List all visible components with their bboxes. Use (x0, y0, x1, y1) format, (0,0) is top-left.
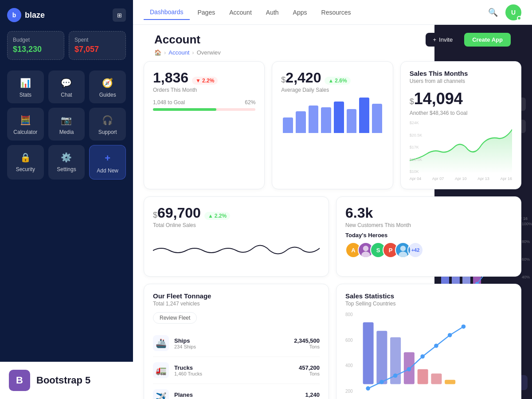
heroes-count: +42 (407, 242, 423, 258)
sidebar-item-media[interactable]: 📷 Media (48, 108, 85, 141)
customers-label: New Customers This Month (345, 222, 512, 228)
svg-point-28 (407, 367, 411, 372)
svg-point-14 (363, 246, 368, 251)
main-inner: Account 🏠 › Account › Overwiev + Invite (133, 25, 532, 399)
sidebar-item-calculator[interactable]: 🧮 Calculator (7, 108, 44, 141)
sidebar-item-stats[interactable]: 📊 Stats (7, 70, 44, 103)
bar-8 (372, 104, 382, 133)
goal-bar-track (153, 108, 255, 111)
orders-number: 1,836 (153, 70, 188, 86)
goal-text: 1,048 to Goal (153, 99, 185, 106)
nav-account[interactable]: Account (223, 5, 258, 20)
online-sales-number: 69,700 (157, 205, 201, 221)
online-sales-label: Total Online Sales (153, 222, 320, 228)
bootstrap-label: Bootstrap 5 (36, 375, 90, 386)
sales-stats-subtitle: Top Selling Countries (345, 301, 512, 307)
nav-apps[interactable]: Apps (287, 5, 313, 20)
wavy-chart (153, 233, 320, 268)
sales-stats-chart: 800 600 400 200 (345, 312, 512, 399)
fleet-card: Our Fleet Tonnage Total 1,247 vehicles R… (144, 284, 329, 399)
sales-y-axis: $24K $20.5K $17K $13.5K $10K (410, 121, 422, 174)
sidebar-item-guides[interactable]: 🧭 Guides (89, 70, 126, 103)
daily-sales-number: 2,420 (286, 70, 321, 86)
fleet-item-ships: 🚢 Ships 234 Ships 2,345,500 Tons (153, 330, 320, 357)
nav-resources[interactable]: Resources (315, 5, 357, 20)
nav-pages[interactable]: Pages (192, 5, 222, 20)
fleet-item-trucks: 🚛 Trucks 1,460 Trucks 457,200 Tons (153, 357, 320, 384)
svg-point-16 (400, 246, 406, 251)
security-icon: 🔒 (20, 152, 31, 163)
breadcrumb: 🏠 › Account › Overwiev (154, 49, 221, 56)
sidebar: b blaze ⊞ Budget $13,230 Spent $7,057 📊 … (0, 0, 133, 399)
stats-icon: 📊 (20, 78, 31, 88)
sidebar-item-security[interactable]: 🔒 Security (7, 145, 44, 180)
planes-info: Planes 8 Aircrafts (174, 391, 300, 399)
breadcrumb-account: Account (168, 49, 189, 56)
orders-change-badge: ▼ 2.2% (192, 77, 218, 85)
trucks-icon: 🚛 (153, 362, 169, 378)
support-label: Support (98, 129, 117, 135)
create-app-button[interactable]: Create App (464, 33, 511, 47)
review-fleet-button[interactable]: Review Fleet (153, 312, 197, 324)
sidebar-toggle-button[interactable]: ⊞ (113, 8, 126, 22)
customers-header: 6.3k (345, 205, 512, 221)
sales-x-axis: Apr 04 Apr 07 Apr 10 Apr 13 Apr 16 (410, 176, 512, 181)
sales-month-title: Sales This Months (410, 70, 512, 77)
top-nav-right: 🔍 U (485, 4, 521, 20)
top-nav: Dashboards Pages Account Auth Apps Resou… (133, 0, 532, 25)
nav-auth[interactable]: Auth (260, 5, 285, 20)
online-sales-badge: ▲ 2.2% (204, 212, 230, 220)
security-label: Security (16, 166, 35, 172)
svg-point-29 (420, 354, 425, 359)
ships-icon: 🚢 (153, 335, 169, 351)
budget-row: Budget $13,230 Spent $7,057 (7, 31, 126, 60)
sales-stats-card: Sales Statistics Top Selling Countries 8… (336, 284, 521, 399)
svg-point-15 (361, 252, 370, 258)
bar-7 (359, 98, 369, 133)
svg-rect-19 (376, 331, 387, 384)
logo-icon: b (7, 8, 21, 22)
sidebar-header: b blaze ⊞ (7, 8, 126, 22)
svg-rect-22 (418, 369, 428, 384)
user-avatar: U (505, 4, 521, 20)
chat-icon: 💬 (61, 78, 72, 88)
sales-line-chart (410, 121, 512, 174)
guides-icon: 🧭 (102, 78, 113, 88)
stats-row-1: 1,836 ▼ 2.2% Orders This Month 1,048 to … (144, 61, 521, 189)
goal-bar: 1,048 to Goal 62% (153, 99, 255, 111)
heroes-avatars: A S P +42 (345, 242, 512, 258)
bar-2 (296, 111, 306, 133)
stats-label: Stats (20, 92, 31, 98)
orders-header: 1,836 ▼ 2.2% (153, 70, 255, 86)
chat-label: Chat (61, 92, 72, 98)
bar-5 (334, 102, 344, 133)
sidebar-item-chat[interactable]: 💬 Chat (48, 70, 85, 103)
bootstrap-icon: B (9, 370, 30, 391)
goal-bar-fill (153, 108, 216, 111)
online-sales-header: $ 69,700 ▲ 2.2% (153, 205, 320, 221)
svg-point-32 (462, 325, 466, 329)
bar-4 (321, 107, 331, 133)
svg-point-26 (379, 380, 384, 384)
trucks-value: 457,200 Tons (299, 364, 320, 376)
add-new-icon: + (105, 153, 110, 164)
search-button[interactable]: 🔍 (485, 4, 501, 20)
sidebar-item-support[interactable]: 🎧 Support (89, 108, 126, 141)
planes-value: 1,240 Tons (305, 391, 320, 399)
sidebar-item-settings[interactable]: ⚙️ Settings (48, 145, 85, 180)
bootstrap-badge: B Bootstrap 5 (0, 362, 133, 399)
sales-month-sub: Another $48,346 to Goal (410, 110, 512, 116)
svg-point-25 (366, 386, 370, 391)
support-icon: 🎧 (102, 115, 113, 125)
orders-card: 1,836 ▼ 2.2% Orders This Month 1,048 to … (144, 61, 265, 189)
customers-number: 6.3k (345, 205, 373, 221)
invite-button[interactable]: + Invite (426, 33, 460, 47)
page-title-area: Account 🏠 › Account › Overwiev (154, 33, 221, 56)
sidebar-item-add-new[interactable]: + Add New (89, 145, 126, 180)
bar-chart-mini (281, 98, 383, 133)
nav-dashboards[interactable]: Dashboards (144, 5, 190, 20)
trucks-info: Trucks 1,460 Trucks (174, 364, 293, 376)
spent-value: $7,057 (74, 45, 120, 54)
spent-label: Spent (74, 37, 120, 43)
calculator-label: Calculator (13, 129, 37, 135)
